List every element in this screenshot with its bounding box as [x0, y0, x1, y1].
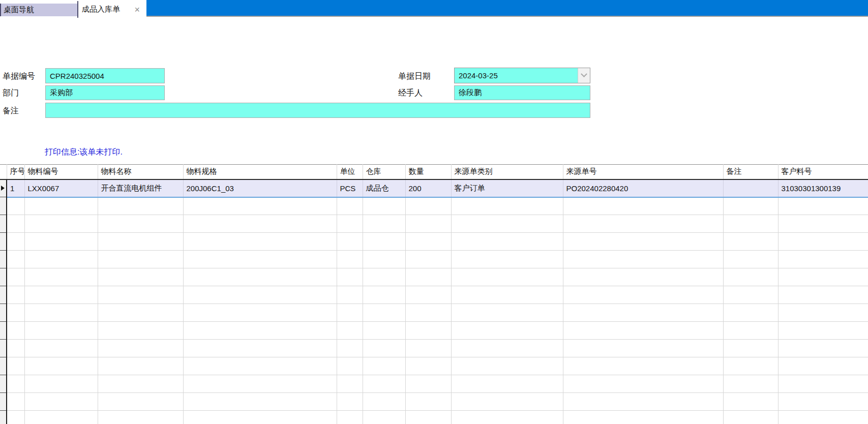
col-header-customer-part-no[interactable]: 客户料号 [778, 165, 868, 179]
grid-cell[interactable] [337, 304, 363, 322]
grid-cell[interactable] [405, 340, 451, 357]
empty-grid-row[interactable] [0, 340, 868, 357]
grid-cell[interactable] [563, 411, 723, 424]
cell-seq[interactable]: 1 [7, 179, 24, 197]
grid-cell[interactable] [563, 233, 723, 251]
department-field[interactable] [45, 85, 165, 100]
empty-grid-row[interactable] [0, 393, 868, 411]
grid-cell[interactable] [183, 411, 337, 424]
grid-cell[interactable] [7, 322, 24, 340]
tab-finished-goods-entry[interactable]: 成品入库单 × [77, 1, 146, 18]
grid-cell[interactable] [98, 357, 183, 375]
col-header-spec[interactable]: 物料规格 [183, 165, 337, 179]
grid-cell[interactable] [7, 393, 24, 411]
remark-field[interactable] [45, 103, 590, 118]
grid-cell[interactable] [723, 251, 778, 268]
grid-cell[interactable] [405, 233, 451, 251]
grid-cell[interactable] [183, 268, 337, 286]
grid-cell[interactable] [24, 251, 98, 268]
grid-cell[interactable] [183, 251, 337, 268]
grid-cell[interactable] [24, 340, 98, 357]
empty-grid-row[interactable] [0, 322, 868, 340]
grid-cell[interactable] [7, 233, 24, 251]
grid-cell[interactable] [183, 357, 337, 375]
grid-cell[interactable] [98, 215, 183, 233]
grid-cell[interactable] [337, 251, 363, 268]
grid-cell[interactable] [363, 215, 405, 233]
grid-cell[interactable] [24, 197, 98, 215]
grid-cell[interactable] [24, 286, 98, 304]
grid-cell[interactable] [778, 393, 868, 411]
grid-cell[interactable] [7, 357, 24, 375]
grid-cell[interactable] [183, 286, 337, 304]
grid-cell[interactable] [183, 197, 337, 215]
grid-cell[interactable] [24, 233, 98, 251]
grid-cell[interactable] [723, 215, 778, 233]
grid-cell[interactable] [183, 233, 337, 251]
grid-cell[interactable] [98, 340, 183, 357]
grid-cell[interactable] [405, 251, 451, 268]
grid-cell[interactable] [563, 375, 723, 393]
grid-cell[interactable] [563, 268, 723, 286]
empty-grid-row[interactable] [0, 251, 868, 268]
grid-cell[interactable] [563, 322, 723, 340]
handler-field[interactable] [454, 85, 590, 100]
col-header-material-no[interactable]: 物料编号 [24, 165, 98, 179]
grid-cell[interactable] [451, 375, 563, 393]
empty-grid-row[interactable] [0, 411, 868, 424]
grid-cell[interactable] [337, 322, 363, 340]
grid-cell[interactable] [778, 375, 868, 393]
empty-grid-row[interactable] [0, 375, 868, 393]
grid-cell[interactable] [7, 304, 24, 322]
grid-cell[interactable] [778, 357, 868, 375]
cell-remark[interactable] [723, 179, 778, 197]
grid-cell[interactable] [723, 233, 778, 251]
grid-cell[interactable] [451, 286, 563, 304]
col-header-remark[interactable]: 备注 [723, 165, 778, 179]
grid-cell[interactable] [337, 268, 363, 286]
grid-cell[interactable] [98, 286, 183, 304]
grid-cell[interactable] [451, 233, 563, 251]
grid-cell[interactable] [451, 357, 563, 375]
grid-cell[interactable] [723, 268, 778, 286]
grid-cell[interactable] [363, 197, 405, 215]
grid-cell[interactable] [778, 340, 868, 357]
grid-cell[interactable] [363, 286, 405, 304]
grid-cell[interactable] [563, 393, 723, 411]
empty-grid-row[interactable] [0, 357, 868, 375]
empty-grid-row[interactable] [0, 233, 868, 251]
grid-cell[interactable] [24, 322, 98, 340]
doc-date-picker[interactable]: 2024-03-25 [454, 68, 590, 83]
table-row-selected[interactable]: 1 LXX0067 开合直流电机组件 200J06C1_03 PCS 成品仓 2… [0, 179, 868, 197]
grid-cell[interactable] [563, 304, 723, 322]
grid-cell[interactable] [98, 375, 183, 393]
empty-grid-row[interactable] [0, 197, 868, 215]
grid-cell[interactable] [98, 251, 183, 268]
grid-cell[interactable] [723, 411, 778, 424]
grid-cell[interactable] [7, 251, 24, 268]
grid-cell[interactable] [778, 322, 868, 340]
grid-cell[interactable] [98, 411, 183, 424]
grid-cell[interactable] [183, 393, 337, 411]
grid-cell[interactable] [451, 197, 563, 215]
grid-cell[interactable] [98, 304, 183, 322]
grid-cell[interactable] [337, 233, 363, 251]
grid-cell[interactable] [337, 411, 363, 424]
grid-cell[interactable] [98, 268, 183, 286]
grid-cell[interactable] [363, 357, 405, 375]
col-header-unit[interactable]: 单位 [337, 165, 363, 179]
cell-customer-part-no[interactable]: 31030301300139 [778, 179, 868, 197]
grid-cell[interactable] [24, 304, 98, 322]
empty-grid-row[interactable] [0, 268, 868, 286]
grid-cell[interactable] [405, 411, 451, 424]
grid-cell[interactable] [183, 322, 337, 340]
grid-cell[interactable] [451, 411, 563, 424]
grid-cell[interactable] [451, 251, 563, 268]
grid-cell[interactable] [337, 286, 363, 304]
grid-cell[interactable] [405, 393, 451, 411]
grid-cell[interactable] [451, 268, 563, 286]
grid-cell[interactable] [183, 340, 337, 357]
grid-cell[interactable] [723, 375, 778, 393]
date-dropdown-button[interactable] [578, 68, 590, 83]
empty-grid-row[interactable] [0, 304, 868, 322]
